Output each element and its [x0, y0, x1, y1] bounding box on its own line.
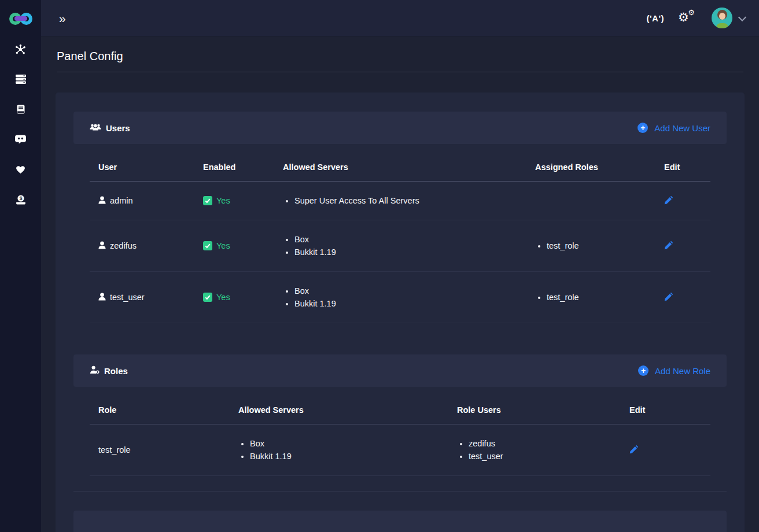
col-assigned-roles: Assigned Roles [526, 144, 655, 182]
user-cell: test_user [98, 293, 186, 302]
assigned-roles-list: test_role [535, 239, 647, 252]
role-name: test_role [98, 445, 131, 455]
partial-section-header [73, 511, 727, 532]
user-icon [98, 196, 106, 206]
add-new-user-label: Add New User [654, 123, 710, 133]
col-user: User [90, 144, 194, 182]
roles-section-header: Roles + Add New Role [73, 354, 727, 387]
users-group-icon [90, 123, 101, 133]
roles-table: Role Allowed Servers Role Users Edit tes… [90, 387, 710, 476]
user-cell: admin [98, 196, 186, 206]
chevron-down-icon[interactable] [738, 13, 746, 21]
roles-section-title: Roles [90, 365, 128, 376]
list-item: Bukkit 1.19 [294, 297, 518, 310]
plus-circle-icon: + [638, 123, 648, 133]
table-row-test-user: test_user Yes Box Bukkit 1.19 test_role [90, 272, 710, 323]
enabled-label: Yes [216, 196, 230, 205]
sidebar-expand-button[interactable]: » [59, 12, 66, 24]
list-item: Box [294, 233, 518, 246]
user-icon [98, 293, 106, 302]
top-navbar: » ('A') ⚙ ⚙ [41, 0, 759, 36]
username: test_user [110, 293, 145, 302]
edit-user-button[interactable] [664, 292, 673, 303]
roles-table-header-row: Role Allowed Servers Role Users Edit [90, 387, 710, 424]
main-content: Panel Config Users + Add New User [41, 36, 759, 532]
add-new-role-label: Add New Role [655, 366, 710, 376]
add-new-user-button[interactable]: + Add New User [638, 123, 710, 133]
edit-role-button[interactable] [629, 445, 639, 456]
allowed-servers-list: Super User Access To All Servers [283, 194, 518, 207]
book-icon [17, 105, 25, 114]
list-item: Box [250, 437, 440, 450]
server-icon [16, 75, 26, 84]
list-item: Super User Access To All Servers [294, 194, 518, 207]
navbar-right: ('A') ⚙ ⚙ [647, 8, 745, 28]
user-icon [98, 241, 106, 251]
avatar-body [716, 23, 728, 28]
role-user-icon [90, 365, 100, 376]
avatar-face [719, 13, 725, 20]
enabled-status: Yes [203, 241, 266, 250]
svg-text:$: $ [19, 195, 22, 201]
users-table-wrap: User Enabled Allowed Servers Assigned Ro… [73, 144, 727, 323]
sidebar-item-servers[interactable] [0, 64, 41, 94]
language-icon[interactable]: ('A') [647, 13, 664, 23]
col-role-users: Role Users [448, 387, 621, 424]
table-row-admin: admin Yes Super User Access To All Serve… [90, 182, 710, 220]
edit-user-button[interactable] [664, 241, 673, 252]
sidebar-item-servers-overview[interactable] [0, 34, 41, 64]
enabled-status: Yes [203, 293, 266, 302]
add-new-role-button[interactable]: + Add New Role [638, 365, 710, 376]
list-item: Bukkit 1.19 [294, 246, 518, 258]
sidebar-item-donate[interactable]: $ [0, 184, 41, 215]
sidebar-item-support[interactable] [0, 154, 41, 184]
users-section-label: Users [106, 123, 130, 133]
title-divider [57, 72, 743, 72]
table-row-zedifus: zedifus Yes Box Bukkit 1.19 test_role [90, 220, 710, 272]
edit-user-button[interactable] [664, 195, 673, 206]
col-edit: Edit [621, 387, 710, 424]
sidebar-item-documentation[interactable] [0, 94, 41, 124]
enabled-status: Yes [203, 196, 266, 205]
gear-icon: ⚙ [678, 10, 689, 24]
list-item: Bukkit 1.19 [250, 450, 440, 463]
col-allowed-servers: Allowed Servers [230, 387, 448, 424]
section-gap [73, 323, 727, 354]
users-section-header: Users + Add New User [73, 112, 727, 144]
users-table: User Enabled Allowed Servers Assigned Ro… [90, 144, 710, 323]
col-edit: Edit [655, 144, 710, 182]
crafty-logo[interactable] [9, 9, 32, 29]
section-divider [73, 491, 727, 492]
sidebar-item-discord[interactable] [0, 124, 41, 154]
list-item: Box [294, 285, 518, 297]
username: admin [110, 196, 133, 205]
enabled-label: Yes [216, 293, 230, 302]
sidebar: $ [0, 0, 41, 532]
assigned-roles-list: test_role [535, 291, 647, 304]
page-title: Panel Config [57, 50, 743, 63]
checkbox-checked-icon [203, 241, 212, 250]
users-table-header-row: User Enabled Allowed Servers Assigned Ro… [90, 144, 710, 182]
table-row-test-role: test_role Box Bukkit 1.19 zedifus test_u… [90, 424, 710, 476]
users-section-title: Users [90, 123, 130, 133]
checkbox-checked-icon [203, 196, 212, 205]
user-avatar[interactable] [712, 8, 732, 28]
settings-gears-icon[interactable]: ⚙ ⚙ [678, 11, 694, 25]
heart-icon [16, 165, 25, 174]
col-allowed-servers: Allowed Servers [274, 144, 526, 182]
allowed-servers-list: Box Bukkit 1.19 [238, 437, 440, 463]
gear-small-icon: ⚙ [688, 9, 695, 16]
user-cell: zedifus [98, 241, 186, 251]
col-enabled: Enabled [194, 144, 274, 182]
list-item: test_user [469, 450, 612, 463]
list-item: zedifus [469, 437, 612, 450]
plus-circle-icon: + [638, 365, 649, 376]
discord-icon [15, 135, 26, 144]
role-users-list: zedifus test_user [457, 437, 612, 463]
allowed-servers-list: Box Bukkit 1.19 [283, 285, 518, 310]
roles-section-label: Roles [104, 366, 128, 376]
enabled-label: Yes [216, 241, 230, 250]
list-item: test_role [547, 239, 647, 252]
content-card: Users + Add New User User Enabled Allowe… [56, 93, 745, 532]
assigned-roles-cell [526, 182, 655, 220]
